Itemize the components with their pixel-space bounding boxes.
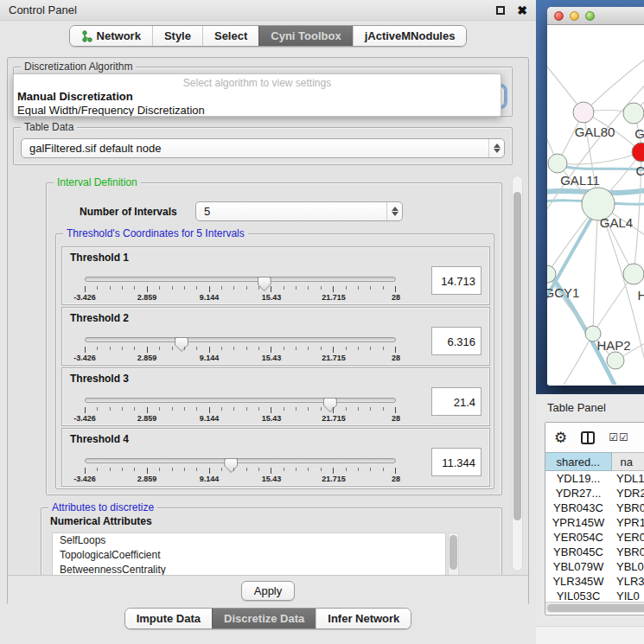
threshold-value-field[interactable]: 6.316: [431, 327, 481, 355]
node-label: GA: [634, 126, 644, 141]
control-panel: Control Panel ✖ NetworkStyleSelectCyni T…: [0, 0, 536, 644]
table-horizontal-scrollbar[interactable]: [545, 602, 644, 613]
network-canvas[interactable]: GAL80GACGAL11GAL4GCY1HHAP2: [547, 25, 644, 385]
tick-mark: [221, 286, 222, 290]
number-of-intervals-combobox[interactable]: 5: [195, 201, 403, 221]
tick-label: -3.426: [73, 414, 96, 423]
column-header-name[interactable]: na: [611, 453, 644, 471]
control-panel-title: Control Panel: [9, 3, 77, 16]
tab-impute-data[interactable]: Impute Data: [125, 609, 212, 628]
gear-icon[interactable]: ⚙: [554, 430, 567, 445]
settings-viewport: Interval Definition Number of Intervals …: [13, 172, 525, 575]
network-node[interactable]: [548, 154, 567, 173]
tab-network[interactable]: Network: [70, 26, 152, 46]
table-row[interactable]: YBR045CYBR0: [545, 545, 644, 559]
tick-label: 21.715: [322, 354, 346, 362]
slider-track[interactable]: [85, 458, 396, 463]
attribute-item[interactable]: SelfLoops: [53, 533, 445, 548]
table-row[interactable]: YBR043CYBR0: [545, 501, 644, 515]
tick-mark: [271, 286, 271, 292]
float-icon[interactable]: [496, 6, 505, 15]
attribute-item[interactable]: BetweennessCentrality: [53, 563, 445, 575]
tick-mark: [85, 407, 86, 413]
interval-definition-group: Interval Definition Number of Intervals …: [46, 182, 502, 495]
tick-label: -3.426: [73, 293, 96, 302]
cell-name[interactable]: YBL0: [611, 559, 644, 574]
network-node[interactable]: [623, 264, 644, 284]
column-header-shared-name[interactable]: shared...: [545, 453, 611, 471]
cell-name[interactable]: YLR3: [611, 574, 644, 589]
table-data-combobox[interactable]: galFiltered.sif default node: [21, 138, 505, 158]
tick-mark: [370, 407, 371, 411]
minimize-window-icon[interactable]: [570, 11, 579, 21]
select-columns-icon[interactable]: ☑☑: [609, 431, 629, 443]
close-icon[interactable]: ✖: [517, 6, 527, 15]
dropdown-item-equal[interactable]: Equal Width/Frequency Discretization: [14, 104, 501, 117]
attributes-list-scrollbar[interactable]: [448, 532, 459, 575]
network-node[interactable]: [623, 103, 644, 124]
attribute-item[interactable]: TopologicalCoefficient: [53, 548, 445, 563]
cell-name[interactable]: YPR1: [611, 515, 644, 530]
table-row[interactable]: YDL19...YDL1: [545, 471, 644, 486]
slider-track[interactable]: [85, 277, 396, 282]
table-row[interactable]: YLR345WYLR3: [545, 574, 644, 589]
threshold-slider[interactable]: -3.4262.8599.14415.4321.71528: [85, 273, 396, 303]
table-row[interactable]: YIL053CYIL0: [545, 589, 644, 603]
network-node[interactable]: [573, 102, 594, 123]
thresholds-group: Threshold's Coordinates for 5 Intervals …: [55, 233, 494, 489]
close-window-icon[interactable]: [554, 11, 564, 21]
table-row[interactable]: YDR27...YDR2: [545, 486, 644, 501]
tick-mark: [308, 286, 309, 290]
cell-name[interactable]: YDR2: [611, 486, 644, 501]
cell-shared-name[interactable]: YPR145W: [545, 515, 611, 530]
table-row[interactable]: YBL079WYBL0: [545, 559, 644, 574]
zoom-window-icon[interactable]: [585, 11, 595, 21]
cell-name[interactable]: YBR0: [611, 501, 644, 515]
tick-mark: [284, 468, 284, 471]
table-row[interactable]: YER054CYER0: [545, 530, 644, 545]
tab-style[interactable]: Style: [152, 26, 202, 46]
cell-shared-name[interactable]: YER054C: [545, 530, 611, 545]
cell-shared-name[interactable]: YIL053C: [545, 589, 611, 603]
cell-shared-name[interactable]: YBL079W: [545, 559, 611, 574]
numerical-attributes-list[interactable]: SelfLoopsTopologicalCoefficientBetweenne…: [52, 532, 446, 575]
tab-cyni-toolbox[interactable]: Cyni Toolbox: [258, 26, 352, 46]
slider-track[interactable]: [85, 398, 396, 403]
tab-discretize-data[interactable]: Discretize Data: [212, 609, 316, 628]
tab-infer-network[interactable]: Infer Network: [316, 609, 411, 628]
threshold-value-field[interactable]: 14.713: [431, 266, 481, 295]
settings-scrollbar[interactable]: [512, 175, 523, 571]
threshold-slider[interactable]: -3.4262.8599.14415.4321.71528: [85, 334, 396, 363]
table-row[interactable]: YPR145WYPR1: [545, 515, 644, 530]
cell-name[interactable]: YBR0: [611, 545, 644, 559]
tab-jactivemnodules[interactable]: jActiveMNodules: [353, 26, 467, 46]
cell-shared-name[interactable]: YBR043C: [545, 501, 611, 515]
scrollbar-thumb[interactable]: [450, 535, 457, 570]
cell-name[interactable]: YDL1: [611, 471, 644, 486]
cytoscape-desktop: GAL80GACGAL11GAL4GCY1HHAP2: [536, 0, 644, 394]
tick-mark: [122, 286, 123, 290]
slider-ticks: [85, 286, 396, 292]
slider-track[interactable]: [85, 337, 396, 342]
control-panel-tabbar: NetworkStyleSelectCyni ToolboxjActiveMNo…: [0, 25, 536, 47]
threshold-value-field[interactable]: 21.4: [431, 387, 481, 416]
tick-mark: [110, 468, 111, 471]
cell-name[interactable]: YER0: [611, 530, 644, 545]
threshold-slider[interactable]: -3.4262.8599.14415.4321.71528: [85, 455, 396, 484]
cell-name[interactable]: YIL0: [611, 589, 644, 603]
cell-shared-name[interactable]: YBR045C: [545, 545, 611, 559]
cell-shared-name[interactable]: YDR27...: [545, 486, 611, 501]
network-node[interactable]: [607, 352, 624, 369]
threshold-value-field[interactable]: 11.344: [431, 448, 481, 476]
tab-select[interactable]: Select: [202, 26, 258, 46]
scrollbar-thumb[interactable]: [513, 192, 521, 520]
network-view-window[interactable]: GAL80GACGAL11GAL4GCY1HHAP2: [547, 7, 644, 386]
apply-button[interactable]: Apply: [241, 581, 295, 601]
scrollbar-thumb[interactable]: [547, 604, 644, 612]
columns-icon[interactable]: [581, 431, 595, 444]
dropdown-item-manual[interactable]: Manual Discretization: [14, 90, 501, 104]
cell-shared-name[interactable]: YLR345W: [545, 574, 611, 589]
tick-label: 9.144: [200, 354, 220, 362]
cell-shared-name[interactable]: YDL19...: [545, 471, 611, 486]
threshold-slider[interactable]: -3.4262.8599.14415.4321.71528: [85, 394, 396, 424]
